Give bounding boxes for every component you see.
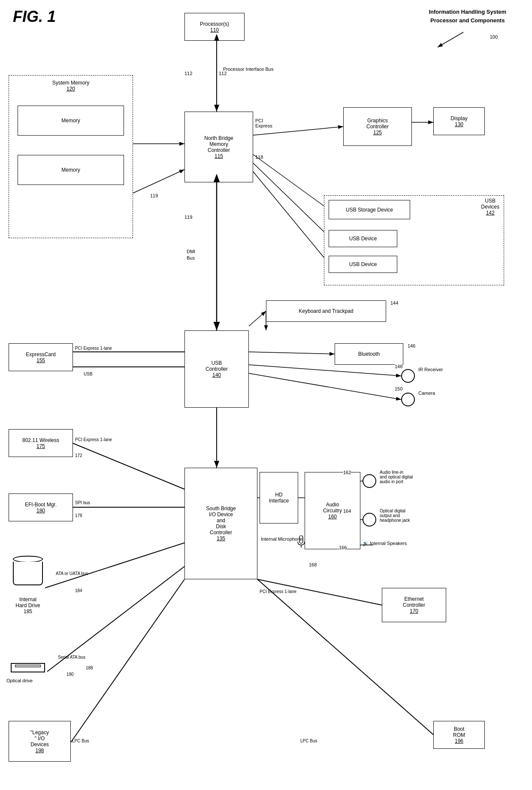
svg-text:PCI Express 1-lane: PCI Express 1-lane	[75, 346, 112, 351]
audio-line-in-label: Audio line-in and optical digital audio …	[380, 470, 413, 484]
svg-line-29	[73, 443, 184, 489]
optical-drive-icon	[11, 663, 45, 672]
ref-164: 164	[343, 509, 351, 514]
graphics-controller-box: Graphics Controller 125	[343, 107, 412, 146]
svg-text:DMI: DMI	[187, 249, 195, 254]
audio-circuitry-box: Audio Circuitry 160	[305, 472, 360, 549]
svg-text:LPC Bus: LPC Bus	[300, 739, 317, 743]
svg-line-23	[249, 365, 401, 376]
ref-168: 168	[309, 562, 317, 567]
memory1-box: Memory	[18, 106, 124, 136]
svg-text:172: 172	[75, 453, 82, 458]
usb-devices-group: USB Devices 142 USB Storage Device USB D…	[324, 195, 504, 285]
svg-line-22	[249, 352, 335, 354]
usb-storage-inner: USB Storage Device	[329, 200, 410, 219]
keyboard-trackpad-box: Keyboard and Trackpad	[266, 300, 386, 322]
svg-line-35	[45, 543, 184, 588]
expresscard-box: ExpressCard 155	[9, 343, 73, 371]
ref-150: 150	[395, 386, 402, 391]
boot-rom-box: Boot ROM 196	[433, 721, 485, 749]
svg-text:ATA or UATA bus: ATA or UATA bus	[56, 571, 88, 576]
ref-148: 148	[395, 364, 402, 369]
svg-line-21	[249, 311, 266, 326]
bluetooth-box: Bluetooth	[335, 343, 403, 365]
wireless-box: 802.11 Wireless 175	[9, 429, 73, 457]
svg-text:PCI Express 1-lane: PCI Express 1-lane	[260, 589, 297, 594]
svg-line-11	[133, 170, 184, 193]
fig-title: FIG. 1	[13, 8, 56, 26]
camera-label: Camera	[418, 390, 435, 396]
svg-text:LPC Bus: LPC Bus	[72, 739, 89, 743]
usb-controller-box: USB Controller 140	[184, 330, 249, 408]
svg-line-19	[253, 163, 324, 232]
internal-mic-icon	[296, 536, 306, 550]
svg-text:190: 190	[66, 672, 74, 677]
svg-text:SPI bus: SPI bus	[75, 500, 90, 505]
internal-hd-label: Internal Hard Drive 185	[6, 596, 49, 614]
svg-rect-0	[299, 536, 303, 543]
svg-text:Bus: Bus	[187, 255, 195, 260]
ref-112-label: 112	[184, 71, 192, 76]
camera-icon	[401, 393, 415, 406]
ref-166: 166	[339, 545, 347, 550]
svg-text:188: 188	[86, 666, 93, 670]
ref-119-label: 119	[150, 193, 158, 198]
svg-text:119: 119	[184, 215, 192, 220]
svg-line-18	[253, 154, 324, 206]
svg-text:Processor Interface Bus: Processor Interface Bus	[223, 67, 274, 72]
ref-118: 118	[255, 154, 263, 160]
pci-express-label: PCI Express	[255, 118, 272, 128]
svg-line-24	[249, 373, 401, 400]
display-box: Display 130	[433, 107, 485, 135]
svg-line-6	[438, 32, 463, 47]
memory2-box: Memory	[18, 155, 124, 185]
optical-digital-out-label: Optical digital output and headphone jac…	[380, 509, 410, 523]
usb-device1-box: USB Device	[329, 230, 397, 247]
svg-text:PCI Express 1-lane: PCI Express 1-lane	[75, 437, 112, 442]
internal-speakers-label: 🔊 Internal Speakers	[363, 541, 407, 546]
system-memory-group: System Memory 120 Memory Memory	[9, 75, 133, 238]
optical-digital-out-icon	[363, 513, 376, 527]
internal-hd-cylinder	[13, 556, 43, 585]
ir-receiver-icon	[401, 369, 415, 383]
svg-line-49	[257, 579, 382, 605]
svg-text:USB: USB	[84, 372, 93, 376]
ref-100-label: 100	[490, 34, 498, 39]
processor-box: Processor(s) 110	[184, 13, 245, 41]
svg-text:184: 184	[75, 588, 82, 593]
ir-receiver-label: IR Receiver	[418, 367, 443, 372]
optical-drive-label: Optical drive	[6, 678, 33, 683]
svg-line-42	[71, 579, 184, 742]
audio-line-in-icon	[363, 474, 376, 488]
svg-text:Serial ATA bus: Serial ATA bus	[58, 655, 85, 660]
efi-boot-box: EFI-Boot Mgr. 180	[9, 493, 73, 521]
usb-device2-box: USB Device	[329, 256, 397, 273]
svg-text:178: 178	[75, 513, 82, 518]
diagram-title: Information Handling System Processor an…	[429, 8, 506, 24]
ref-162: 162	[343, 470, 351, 475]
svg-text:112: 112	[219, 71, 227, 76]
south-bridge-box: South Bridge I/O Device and Disk Control…	[184, 468, 257, 579]
svg-line-20	[253, 172, 324, 257]
hd-interface-box: HD Interface	[260, 472, 298, 524]
ethernet-controller-box: Ethernet Controller 170	[382, 588, 446, 622]
legacy-io-box: "Legacy " I/O Devices 198	[9, 721, 71, 762]
north-bridge-box: North Bridge Memory Controller 115	[184, 112, 253, 182]
ref-144: 144	[390, 300, 398, 306]
svg-line-38	[47, 566, 184, 672]
ref-146: 146	[408, 343, 415, 348]
